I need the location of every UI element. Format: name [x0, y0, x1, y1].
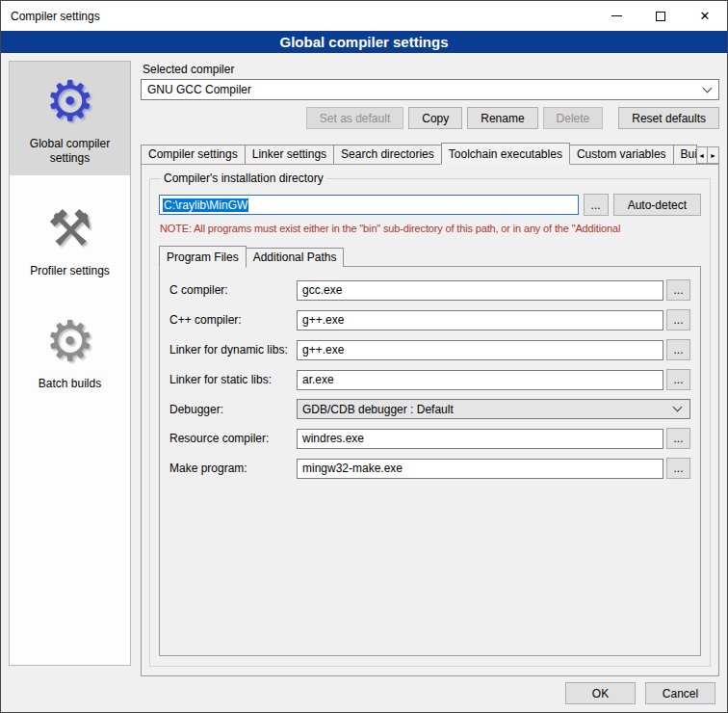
form-row-resource-compiler: Resource compiler:windres.exe... — [169, 428, 690, 449]
dialog-banner-title: Global compiler settings — [1, 31, 727, 53]
toolchain-form: C compiler:gcc.exe...C++ compiler:g++.ex… — [169, 279, 690, 479]
tab-compiler-settings[interactable]: Compiler settings — [141, 145, 246, 164]
close-button[interactable]: ✕ — [683, 1, 727, 31]
browse-c-compiler-button[interactable]: ... — [666, 279, 690, 301]
selected-compiler-value: GNU GCC Compiler — [147, 83, 251, 96]
field-value: g++.exe — [302, 313, 344, 327]
compiler-settings-window: Compiler settings ✕ Global compiler sett… — [0, 0, 728, 713]
minimize-button[interactable] — [594, 1, 638, 31]
window-title: Compiler settings — [1, 10, 100, 23]
form-row-debugger: Debugger:GDB/CDB debugger : Default — [169, 399, 690, 419]
ok-button[interactable]: OK — [565, 682, 636, 704]
browse-c-compiler-button[interactable]: ... — [666, 309, 690, 330]
reset-defaults-button[interactable]: Reset defaults — [618, 107, 719, 129]
field-value: g++.exe — [302, 343, 344, 356]
c-compiler-input[interactable]: gcc.exe — [297, 280, 663, 301]
tab-scroll-arrows: ◄► — [696, 146, 719, 164]
profiler-icon: ⚒ — [47, 197, 92, 260]
settings-category-sidebar: ⚙Global compiler settings⚒Profiler setti… — [9, 61, 131, 666]
minimize-icon — [611, 15, 622, 16]
cancel-button[interactable]: Cancel — [645, 682, 715, 704]
chevron-down-icon — [703, 83, 713, 92]
maximize-icon — [656, 12, 665, 21]
form-row-linker-for-dynamic-libs: Linker for dynamic libs:g++.exe... — [169, 339, 690, 360]
c-compiler-input[interactable]: g++.exe — [297, 310, 663, 330]
tab-linker-settings[interactable]: Linker settings — [245, 145, 334, 164]
field-label: Make program: — [169, 462, 297, 475]
gear-blue-icon: ⚙ — [45, 69, 95, 133]
toolchain-tab-page: Compiler's installation directory C:\ray… — [141, 164, 719, 676]
tab-toolchain-executables[interactable]: Toolchain executables — [441, 143, 570, 165]
installation-path-selected-text: C:\raylib\MinGW — [163, 198, 248, 212]
field-label: Debugger: — [169, 403, 297, 416]
delete-button: Delete — [543, 107, 604, 129]
browse-resource-compiler-button[interactable]: ... — [666, 428, 690, 449]
scroll-right-icon[interactable]: ► — [707, 146, 719, 164]
field-value: mingw32-make.exe — [302, 462, 403, 475]
sidebar-item-label: Profiler settings — [30, 264, 110, 278]
browse-linker-for-dynamic-libs-button[interactable]: ... — [666, 339, 690, 360]
selected-compiler-combobox[interactable]: GNU GCC Compiler — [141, 79, 719, 100]
bin-subdirectory-note: NOTE: All programs must exist either in … — [160, 223, 700, 234]
form-row-make-program: Make program:mingw32-make.exe... — [169, 458, 690, 479]
copy-button[interactable]: Copy — [408, 107, 462, 129]
selected-compiler-label: Selected compiler — [143, 63, 717, 76]
sidebar-item-profiler-settings[interactable]: ⚒Profiler settings — [10, 189, 130, 288]
installation-directory-legend: Compiler's installation directory — [161, 172, 326, 185]
installation-path-row: C:\raylib\MinGW ... Auto-detect — [159, 194, 701, 216]
tab-search-directories[interactable]: Search directories — [333, 145, 442, 164]
field-label: C compiler: — [169, 283, 297, 297]
field-label: Resource compiler: — [169, 432, 297, 445]
linker-for-dynamic-libs-input[interactable]: g++.exe — [297, 340, 663, 360]
browse-path-button[interactable]: ... — [584, 194, 609, 216]
field-value: GDB/CDB debugger : Default — [302, 403, 454, 416]
sidebar-item-label: Global compiler settings — [13, 137, 127, 166]
field-value: ar.exe — [302, 373, 334, 386]
sidebar-item-global-compiler-settings[interactable]: ⚙Global compiler settings — [10, 62, 130, 175]
linker-for-static-libs-input[interactable]: ar.exe — [297, 370, 663, 390]
compiler-actions-row: Set as defaultCopyRenameDeleteReset defa… — [141, 107, 719, 129]
debugger-dropdown[interactable]: GDB/CDB debugger : Default — [297, 399, 690, 419]
set-as-default-button: Set as default — [306, 107, 403, 129]
tab-additional-paths[interactable]: Additional Paths — [246, 248, 345, 267]
sidebar-item-batch-builds[interactable]: ⚙Batch builds — [10, 302, 130, 401]
title-bar: Compiler settings ✕ — [1, 1, 727, 31]
auto-detect-button[interactable]: Auto-detect — [613, 194, 701, 216]
tab-buil[interactable]: Buil — [673, 145, 697, 164]
program-files-tabstrip: Program FilesAdditional Paths — [159, 245, 701, 267]
field-label: C++ compiler: — [169, 313, 297, 327]
dialog-footer: OK Cancel — [565, 682, 715, 704]
main-panel: Selected compiler GNU GCC Compiler Set a… — [141, 59, 719, 712]
tab-program-files[interactable]: Program Files — [159, 246, 247, 268]
form-row-c-compiler: C compiler:gcc.exe... — [169, 279, 690, 301]
rename-button[interactable]: Rename — [467, 107, 537, 129]
resource-compiler-input[interactable]: windres.exe — [297, 429, 663, 449]
field-value: windres.exe — [302, 432, 364, 445]
field-label: Linker for dynamic libs: — [169, 343, 297, 356]
field-value: gcc.exe — [302, 283, 342, 297]
make-program-input[interactable]: mingw32-make.exe — [297, 459, 663, 479]
dialog-content: ⚙Global compiler settings⚒Profiler setti… — [1, 54, 727, 712]
browse-make-program-button[interactable]: ... — [666, 458, 690, 479]
close-icon: ✕ — [700, 10, 711, 22]
chevron-down-icon — [673, 403, 683, 412]
form-row-c-compiler: C++ compiler:g++.exe... — [169, 309, 690, 330]
browse-linker-for-static-libs-button[interactable]: ... — [666, 369, 690, 390]
gear-gray-icon: ⚙ — [45, 309, 95, 373]
window-controls: ✕ — [594, 1, 727, 31]
installation-path-input[interactable]: C:\raylib\MinGW — [159, 195, 579, 215]
maximize-button[interactable] — [638, 1, 683, 31]
form-row-linker-for-static-libs: Linker for static libs:ar.exe... — [169, 369, 690, 390]
field-label: Linker for static libs: — [169, 373, 297, 386]
sidebar-item-label: Batch builds — [39, 377, 101, 391]
installation-directory-groupbox: Compiler's installation directory C:\ray… — [149, 172, 711, 667]
tab-custom-variables[interactable]: Custom variables — [569, 145, 674, 164]
settings-tabstrip: Compiler settingsLinker settingsSearch d… — [141, 142, 719, 164]
program-files-panel: C compiler:gcc.exe...C++ compiler:g++.ex… — [159, 266, 701, 656]
